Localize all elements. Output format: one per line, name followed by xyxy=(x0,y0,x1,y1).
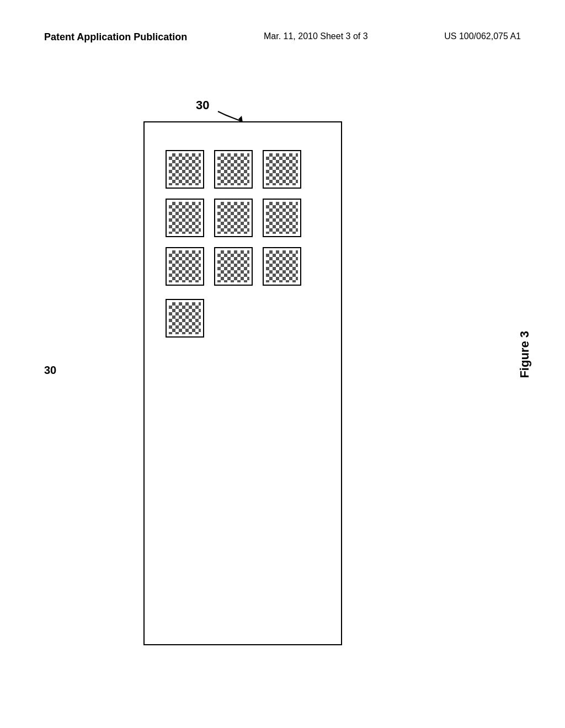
icon-tile xyxy=(263,150,301,189)
icon-tile xyxy=(214,247,253,286)
page-header: Patent Application Publication Mar. 11, … xyxy=(0,30,565,44)
device-rectangle xyxy=(143,121,342,645)
svg-text:30: 30 xyxy=(196,98,209,112)
icon-tile xyxy=(166,247,204,286)
header-center-text: Mar. 11, 2010 Sheet 3 of 3 xyxy=(264,30,368,42)
icon-tile xyxy=(166,150,204,189)
ref-number-left: 30 xyxy=(44,364,56,376)
header-right-text: US 100/062,075 A1 xyxy=(444,30,521,42)
icon-tile xyxy=(214,199,253,237)
icon-tile xyxy=(214,150,253,189)
figure-label: Figure 3 xyxy=(518,331,532,378)
publication-title: Patent Application Publication xyxy=(44,31,187,42)
icon-tile xyxy=(263,199,301,237)
header-left-text: Patent Application Publication xyxy=(44,30,187,44)
icon-tile xyxy=(166,199,204,237)
icon-tile xyxy=(166,299,204,338)
label-left-30: 30 xyxy=(44,364,56,377)
date-sheet-info: Mar. 11, 2010 Sheet 3 of 3 xyxy=(264,31,368,41)
icon-tile xyxy=(263,247,301,286)
figure-caption: Figure 3 xyxy=(518,331,531,378)
diagram-area: 30 30 30 xyxy=(110,88,364,667)
